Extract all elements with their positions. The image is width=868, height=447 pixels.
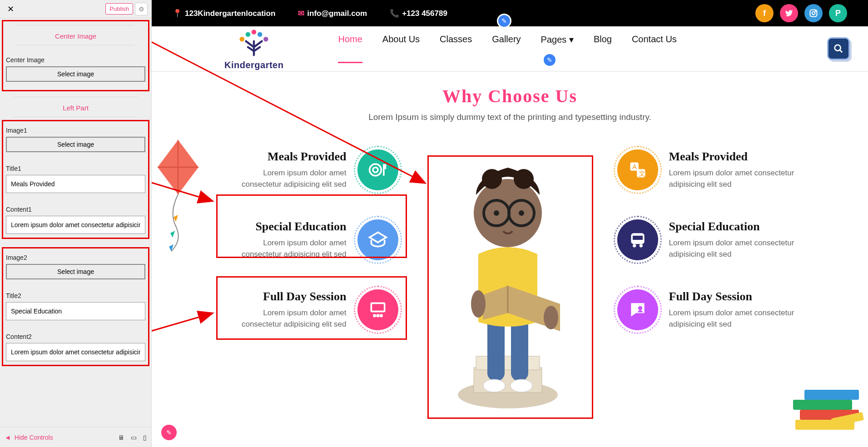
meal-icon: [357, 149, 398, 190]
feature-support: Full Day SessionLorem ipsum dolor amet c…: [610, 280, 805, 339]
nav-gallery[interactable]: Gallery: [492, 34, 521, 63]
feature-desc: Lorem ipsum dolor amet consectetur adipi…: [222, 307, 347, 330]
feature-title: Special Education: [222, 220, 347, 233]
svg-point-38: [494, 210, 499, 216]
section-title: Why Choose Us: [170, 85, 850, 107]
edit-shortcut-icon[interactable]: ✎: [542, 53, 557, 67]
pinterest-icon[interactable]: P: [829, 4, 847, 22]
nav-home[interactable]: Home: [338, 34, 362, 63]
feature-title: Special Education: [669, 220, 798, 233]
svg-rect-47: [633, 236, 643, 240]
svg-point-31: [544, 306, 558, 329]
label-image2: Image2: [6, 254, 145, 261]
why-choose-section: Why Choose Us Lorem Ipsum is simply dumm…: [152, 72, 868, 447]
content1-input[interactable]: [6, 216, 145, 234]
logo-text: Kindergarten: [224, 60, 283, 70]
books-decoration: [768, 365, 868, 447]
left-part-item2: Image2 Select image Title2 Content2: [2, 247, 149, 366]
instagram-icon[interactable]: [804, 4, 823, 22]
svg-point-5: [252, 30, 257, 35]
desktop-icon[interactable]: 🖥: [118, 434, 124, 441]
feature-title: Meals Provided: [669, 150, 798, 164]
contact-phone: 📞+123 456789: [390, 9, 447, 18]
edit-shortcut-icon[interactable]: ✎: [497, 14, 511, 28]
feature-language: A文 Meals ProvidedLorem ipsum dolor amet …: [610, 140, 805, 199]
svg-point-45: [633, 244, 636, 247]
nav-about[interactable]: About Us: [382, 34, 420, 63]
kite-decoration: [155, 135, 210, 253]
select-image-button-1[interactable]: Select image: [6, 137, 145, 152]
svg-marker-13: [174, 215, 178, 222]
feature-title: Full Day Session: [222, 290, 347, 303]
hide-controls-label: Hide Controls: [15, 434, 53, 441]
contact-address: 📍123Kindergartenlocation: [173, 9, 275, 18]
svg-text:A: A: [632, 163, 637, 170]
feature-title: Meals Provided: [222, 150, 347, 164]
svg-point-1: [812, 12, 815, 15]
gear-icon[interactable]: ⚙: [135, 3, 148, 15]
svg-point-28: [511, 379, 532, 392]
logo[interactable]: Kindergarten: [224, 27, 283, 70]
svg-rect-18: [371, 303, 384, 311]
logo-icon: [233, 27, 274, 59]
svg-rect-24: [476, 356, 540, 370]
svg-point-21: [379, 314, 382, 317]
location-icon: 📍: [173, 9, 182, 18]
feature-transport: Special EducationLorem ipsum dolor amet …: [610, 210, 805, 269]
section-heading-left-part: Left Part: [0, 93, 151, 118]
svg-point-16: [369, 164, 381, 176]
twitter-icon[interactable]: [780, 4, 798, 22]
select-image-button-center[interactable]: Select image: [6, 66, 145, 82]
svg-point-20: [376, 314, 379, 317]
close-icon[interactable]: ✕: [4, 2, 18, 16]
nav-contact[interactable]: Contact Us: [632, 34, 677, 63]
device-toggles: 🖥 ▭ ▯: [118, 434, 147, 441]
svg-point-34: [514, 169, 534, 189]
svg-line-9: [840, 50, 843, 53]
svg-point-48: [638, 306, 642, 310]
tablet-icon[interactable]: ▭: [131, 434, 137, 441]
label-center-image: Center Image: [6, 56, 145, 64]
feature-meals: Meals ProvidedLorem ipsum dolor amet con…: [215, 140, 406, 199]
section-subtitle: Lorem Ipsum is simply dummy text of the …: [170, 112, 850, 122]
select-image-button-2[interactable]: Select image: [6, 264, 145, 279]
center-image: [424, 140, 592, 417]
svg-point-19: [373, 314, 376, 317]
chat-icon: [617, 289, 658, 330]
content2-input[interactable]: [6, 343, 145, 361]
svg-text:文: 文: [638, 170, 645, 177]
label-content2: Content2: [6, 333, 145, 340]
mobile-icon[interactable]: ▯: [143, 434, 147, 441]
nav-blog[interactable]: Blog: [594, 34, 612, 63]
features-left: Meals ProvidedLorem ipsum dolor amet con…: [215, 140, 406, 417]
sidebar-body[interactable]: Center Image Center Image Select image L…: [0, 18, 151, 427]
phone-icon: 📞: [390, 9, 399, 18]
edit-fab-icon[interactable]: ✎: [160, 423, 178, 442]
svg-point-33: [482, 169, 502, 189]
svg-point-46: [639, 244, 642, 247]
hide-controls-button[interactable]: ◄ Hide Controls: [5, 434, 53, 441]
search-icon: [833, 44, 843, 54]
svg-point-39: [519, 210, 524, 216]
label-title2: Title2: [6, 292, 145, 299]
feature-desc: Lorem ipsum dolor amet consectetur adipi…: [669, 237, 798, 260]
feature-education: Special EducationLorem ipsum dolor amet …: [215, 210, 406, 269]
main-nav: Kindergarten Home About Us Classes Galle…: [152, 26, 868, 72]
publish-button[interactable]: Publish: [105, 3, 133, 15]
svg-point-2: [815, 11, 816, 12]
svg-point-8: [835, 45, 841, 51]
svg-rect-51: [793, 400, 852, 410]
nav-classes[interactable]: Classes: [440, 34, 472, 63]
label-content1: Content1: [6, 206, 145, 213]
search-button[interactable]: [827, 37, 850, 60]
feature-title: Full Day Session: [669, 290, 798, 303]
svg-rect-23: [474, 368, 542, 392]
facebook-icon[interactable]: f: [755, 4, 774, 22]
education-icon: [357, 219, 398, 260]
nav-links: Home About Us Classes Gallery Pages ▾ Bl…: [338, 34, 827, 63]
title1-input[interactable]: [6, 175, 145, 193]
svg-rect-40: [630, 163, 638, 171]
label-title1: Title1: [6, 165, 145, 172]
title2-input[interactable]: [6, 302, 145, 320]
svg-point-6: [258, 32, 263, 37]
